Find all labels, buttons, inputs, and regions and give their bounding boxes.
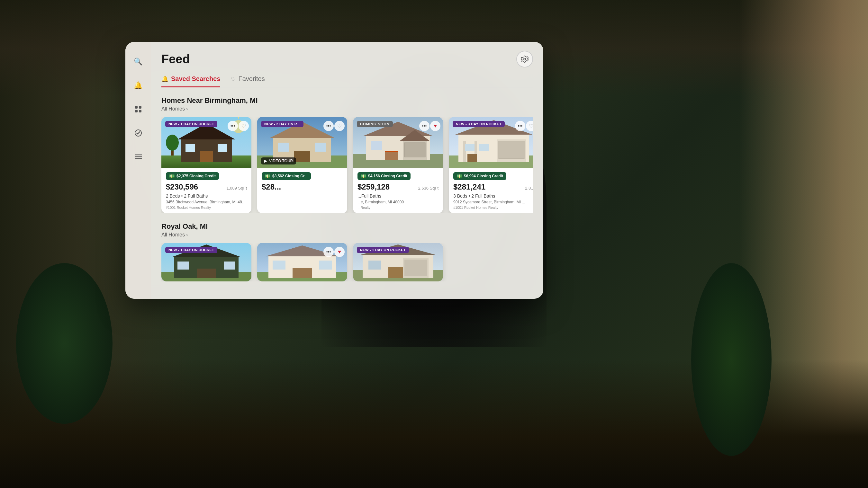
card-2-fav-btn[interactable]: ♡ bbox=[334, 121, 345, 131]
section-birmingham-title: Homes Near Birmingham, MI bbox=[161, 96, 533, 105]
svg-rect-47 bbox=[467, 154, 477, 162]
card-3-body: 💵 $4,156 Closing Credit $259,128 2,636 S… bbox=[353, 168, 443, 213]
section-royal-oak-header: Royal Oak, MI All Homes › bbox=[161, 222, 533, 238]
video-icon: ▶ bbox=[264, 159, 267, 163]
card-3-beds-baths: ...Full Baths bbox=[358, 193, 438, 199]
card-3-image: COMING SOON ••• ♥ bbox=[353, 117, 443, 168]
favorites-icon: ♡ bbox=[230, 75, 236, 83]
property-card-4[interactable]: NEW - 3 DAY ON ROCKET ••• ♡ 💵 $6,994 Clo… bbox=[449, 117, 533, 213]
property-card-3[interactable]: COMING SOON ••• ♥ 💵 $4,156 Closing Credi… bbox=[353, 117, 443, 213]
credit-icon-3: 💵 bbox=[361, 173, 366, 178]
card-1-price: $230,596 bbox=[166, 183, 198, 192]
svg-rect-2 bbox=[135, 110, 137, 112]
property-card-5[interactable]: NEW - 1 DAY ON ROCKET bbox=[161, 243, 251, 282]
card-1-fav-btn[interactable]: ♡ bbox=[239, 121, 249, 131]
page-title: Feed bbox=[161, 52, 190, 66]
royal-oak-cards-row: NEW - 1 DAY ON ROCKET bbox=[161, 243, 533, 282]
svg-rect-36 bbox=[385, 151, 398, 152]
card-1-address: 3456 Birchwood Avenue, Birmingham, MI 48… bbox=[166, 200, 247, 204]
svg-rect-54 bbox=[224, 261, 235, 269]
card-1-price-row: $230,596 1,089 SqFt bbox=[166, 183, 247, 192]
main-panel: 🔍 🔔 Feed bbox=[125, 42, 543, 299]
svg-rect-34 bbox=[371, 141, 382, 150]
property-card-6[interactable]: ••• ♥ bbox=[257, 243, 347, 282]
card-1-body: 💵 $2,375 Closing Credit $230,596 1,089 S… bbox=[161, 168, 251, 213]
card-2-price-row: $28... bbox=[262, 183, 343, 192]
property-card-2[interactable]: NEW - 2 DAY ON R... ▶ VIDEO TOUR ••• ♡ 💵… bbox=[257, 117, 347, 213]
card-4-price-row: $281,241 2,8... bbox=[453, 183, 533, 192]
tab-saved-searches[interactable]: 🔔 Saved Searches bbox=[161, 75, 220, 87]
sidebar-item-search[interactable]: 🔍 bbox=[131, 55, 145, 69]
svg-rect-44 bbox=[499, 141, 524, 159]
tabs: 🔔 Saved Searches ♡ Favorites bbox=[161, 75, 533, 87]
svg-rect-13 bbox=[200, 151, 213, 162]
svg-rect-33 bbox=[385, 151, 398, 160]
card-3-sqft: 2,636 SqFt bbox=[418, 186, 438, 191]
birmingham-all-link[interactable]: All Homes › bbox=[161, 106, 188, 112]
video-tour-badge: ▶ VIDEO TOUR bbox=[261, 157, 296, 164]
card-2-menu-btn[interactable]: ••• bbox=[323, 121, 334, 131]
sidebar: 🔍 🔔 bbox=[125, 42, 151, 299]
card-6-fav-btn[interactable]: ♥ bbox=[334, 247, 345, 257]
svg-rect-25 bbox=[278, 143, 289, 152]
card-4-credit-label: $6,994 Closing Credit bbox=[464, 174, 503, 178]
svg-point-8 bbox=[524, 58, 526, 60]
settings-button[interactable] bbox=[516, 51, 533, 67]
svg-rect-41 bbox=[463, 141, 466, 162]
royal-oak-all-link-arrow: › bbox=[186, 232, 188, 238]
credit-icon-1: 💵 bbox=[169, 173, 175, 178]
tab-favorites-label: Favorites bbox=[238, 75, 265, 83]
svg-rect-26 bbox=[315, 143, 326, 152]
card-3-price-row: $259,128 2,636 SqFt bbox=[358, 183, 438, 192]
card-1-badge: NEW - 1 DAY ON ROCKET bbox=[165, 121, 217, 127]
section-royal-oak-title: Royal Oak, MI bbox=[161, 222, 533, 231]
card-4-menu-btn[interactable]: ••• bbox=[515, 121, 525, 131]
card-4-body: 💵 $6,994 Closing Credit $281,241 2,8... … bbox=[449, 168, 533, 213]
card-7-image: NEW - 1 DAY ON ROCKET bbox=[353, 243, 443, 282]
card-4-address: 9012 Sycamore Street, Birmingham, MI ... bbox=[453, 200, 533, 204]
svg-rect-52 bbox=[197, 268, 216, 278]
card-1-beds-baths: 2 Beds • 2 Full Baths bbox=[166, 193, 247, 199]
card-3-fav-btn[interactable]: ♥ bbox=[430, 121, 440, 131]
card-3-credit: 💵 $4,156 Closing Credit bbox=[358, 172, 410, 180]
sidebar-item-layout[interactable] bbox=[131, 102, 145, 116]
sidebar-item-notifications[interactable]: 🔔 bbox=[131, 78, 145, 93]
card-1-credit: 💵 $2,375 Closing Credit bbox=[166, 172, 219, 180]
sidebar-item-check[interactable] bbox=[131, 126, 145, 140]
svg-rect-45 bbox=[465, 144, 474, 151]
card-4-badge: NEW - 3 DAY ON ROCKET bbox=[453, 121, 505, 127]
svg-rect-14 bbox=[186, 144, 195, 152]
svg-rect-24 bbox=[294, 151, 310, 162]
property-card-7[interactable]: NEW - 1 DAY ON ROCKET bbox=[353, 243, 443, 282]
card-3-credit-label: $4,156 Closing Credit bbox=[368, 174, 407, 178]
royal-oak-all-link[interactable]: All Homes › bbox=[161, 232, 188, 238]
card-1-menu-btn[interactable]: ••• bbox=[227, 121, 238, 131]
card-3-menu-btn[interactable]: ••• bbox=[419, 121, 430, 131]
card-1-credit-label: $2,375 Closing Credit bbox=[177, 174, 216, 178]
card-2-price: $28... bbox=[262, 183, 281, 192]
card-3-address: ...e, Birmingham, MI 48009 bbox=[358, 200, 438, 204]
card-6-image: ••• ♥ bbox=[257, 243, 347, 282]
royal-oak-all-link-label: All Homes bbox=[161, 232, 185, 238]
card-5-badge: NEW - 1 DAY ON ROCKET bbox=[165, 247, 217, 253]
card-4-beds-baths: 3 Beds • 2 Full Baths bbox=[453, 193, 533, 199]
svg-rect-1 bbox=[139, 106, 142, 108]
birmingham-cards-row: NEW - 1 DAY ON ROCKET ••• ♡ 💵 $2,375 Clo… bbox=[161, 117, 533, 213]
card-4-agency: #1001 Rocket Homes Realty bbox=[453, 206, 533, 209]
card-1-sqft: 1,089 SqFt bbox=[226, 186, 247, 191]
tab-favorites[interactable]: ♡ Favorites bbox=[230, 75, 265, 87]
card-6-menu-btn[interactable]: ••• bbox=[323, 247, 334, 257]
card-1-agency: #1001 Rocket Homes Realty bbox=[166, 206, 247, 209]
birmingham-all-link-label: All Homes bbox=[161, 106, 185, 112]
card-2-credit: 💵 $3,562 Closing Cr... bbox=[262, 172, 311, 180]
card-5-image: NEW - 1 DAY ON ROCKET bbox=[161, 243, 251, 282]
card-7-badge: NEW - 1 DAY ON ROCKET bbox=[357, 247, 409, 253]
video-tour-label: VIDEO TOUR bbox=[269, 159, 293, 163]
svg-rect-59 bbox=[292, 268, 312, 278]
card-3-agency: ...Realty bbox=[358, 206, 438, 209]
card-4-price: $281,241 bbox=[453, 183, 486, 192]
property-card-1[interactable]: NEW - 1 DAY ON ROCKET ••• ♡ 💵 $2,375 Clo… bbox=[161, 117, 251, 213]
sidebar-item-menu[interactable] bbox=[131, 150, 145, 164]
plant-left bbox=[16, 263, 113, 424]
birmingham-all-link-arrow: › bbox=[186, 106, 188, 112]
